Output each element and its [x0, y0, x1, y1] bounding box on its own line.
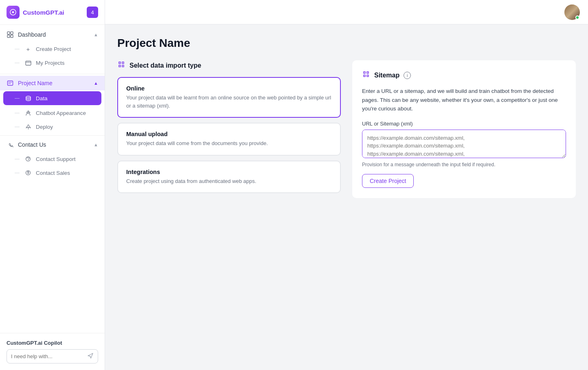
sidebar-item-create-project[interactable]: — + Create Project: [0, 42, 105, 56]
page-content: Project Name Select data import type Onl…: [105, 24, 588, 370]
sitemap-description: Enter a URL or a sitemap, and we will bu…: [362, 87, 566, 113]
url-sitemap-input[interactable]: [362, 130, 566, 158]
project-icon: [7, 79, 14, 87]
create-project-icon: +: [24, 45, 32, 53]
left-panel: Select data import type Online Your proj…: [117, 60, 341, 198]
import-card-manual-title: Manual upload: [126, 131, 332, 137]
import-card-online[interactable]: Online Your project data will be learnt …: [117, 77, 341, 118]
right-panel: Sitemap i Enter a URL or a sitemap, and …: [352, 60, 576, 198]
sidebar-item-my-projects-label: My Projects: [36, 60, 65, 66]
contact-sales-icon: [24, 169, 32, 176]
copilot-send-button[interactable]: [87, 352, 94, 360]
import-card-manual-desc: Your project data will come from the doc…: [126, 139, 332, 148]
project-name-chevron-icon: ▲: [94, 81, 98, 86]
chatbot-appearance-icon: [24, 109, 32, 117]
sidebar-item-contact-us[interactable]: Contact Us ▲: [0, 137, 105, 152]
sidebar-item-chatbot-appearance[interactable]: — Chatbot Appearance: [0, 106, 105, 120]
logo-icon: [7, 6, 20, 19]
sidebar-project-name-label: Project Name: [18, 80, 53, 86]
import-card-manual-upload[interactable]: Manual upload Your project data will com…: [117, 123, 341, 156]
create-project-button[interactable]: Create Project: [362, 174, 414, 188]
logo-text: CustomGPT.ai: [23, 9, 64, 16]
url-field-hint: Provision for a message underneath the i…: [362, 162, 566, 167]
sidebar: CustomGPT.ai 4 Dashboard ▲ — + Create Pr…: [0, 0, 105, 370]
svg-point-7: [26, 96, 31, 98]
left-panel-header: Select data import type: [117, 60, 341, 70]
data-icon: [24, 95, 32, 102]
import-card-online-desc: Your project data will be learnt from an…: [126, 94, 332, 110]
sitemap-info-icon[interactable]: i: [404, 72, 411, 79]
import-card-integrations-title: Integrations: [126, 169, 332, 175]
contact-us-icon: [7, 141, 14, 148]
left-panel-icon: [117, 60, 125, 70]
svg-rect-3: [7, 35, 10, 37]
main-content: Project Name Select data import type Onl…: [105, 0, 588, 370]
svg-point-10: [28, 110, 29, 111]
contact-us-chevron-icon: ▲: [94, 142, 98, 147]
right-panel-icon: [362, 70, 370, 80]
sidebar-item-deploy-label: Deploy: [36, 124, 53, 130]
sidebar-divider-1: [0, 74, 105, 74]
sidebar-item-dashboard-label: Dashboard: [18, 31, 46, 38]
sidebar-item-deploy[interactable]: — Deploy: [0, 120, 105, 134]
right-panel-header: Sitemap i: [362, 70, 566, 80]
sidebar-item-project-name[interactable]: Project Name ▲: [0, 76, 105, 90]
sidebar-item-my-projects[interactable]: — My Projects: [0, 56, 105, 70]
my-projects-icon: [24, 59, 32, 66]
topbar: [105, 0, 588, 24]
import-card-integrations[interactable]: Integrations Create project using data f…: [117, 161, 341, 194]
svg-rect-5: [26, 61, 31, 65]
page-title: Project Name: [117, 37, 576, 50]
copilot-title: CustomGPT.ai Copilot: [7, 340, 98, 346]
svg-rect-6: [8, 81, 13, 86]
online-status-dot: [575, 15, 579, 20]
sidebar-divider-2: [0, 135, 105, 136]
svg-point-8: [26, 112, 28, 113]
svg-rect-4: [11, 35, 13, 37]
avatar-wrap: [564, 4, 580, 20]
svg-rect-2: [11, 32, 13, 34]
sidebar-item-data[interactable]: — Data: [3, 91, 101, 105]
sidebar-item-data-label: Data: [36, 95, 48, 101]
upgrade-button[interactable]: 4: [87, 7, 98, 18]
import-card-online-title: Online: [126, 85, 332, 92]
sidebar-contact-sales-label: Contact Sales: [36, 170, 70, 176]
sidebar-item-dashboard[interactable]: Dashboard ▲: [0, 27, 105, 42]
url-field-label: URL or Sitemap (xml): [362, 121, 566, 127]
import-card-integrations-desc: Create project using data from authentic…: [126, 177, 332, 185]
sidebar-item-create-project-label: Create Project: [36, 46, 71, 52]
sidebar-contact-us-label: Contact Us: [18, 141, 46, 148]
right-panel-title: Sitemap: [374, 72, 399, 79]
sidebar-contact-support-label: Contact Support: [36, 156, 76, 162]
sidebar-logo: CustomGPT.ai 4: [0, 0, 105, 25]
copilot-section: CustomGPT.ai Copilot: [0, 333, 105, 370]
copilot-input-wrap: [7, 349, 98, 363]
deploy-icon: [24, 123, 32, 130]
svg-rect-1: [7, 32, 10, 34]
two-column-layout: Select data import type Online Your proj…: [117, 60, 576, 198]
svg-point-12: [28, 160, 28, 161]
dashboard-icon: [7, 31, 14, 38]
nav-section-main: Dashboard ▲ — + Create Project — My Proj…: [0, 25, 105, 72]
sidebar-item-chatbot-appearance-label: Chatbot Appearance: [36, 110, 86, 116]
left-panel-title: Select data import type: [129, 62, 201, 69]
contact-support-icon: [24, 155, 32, 163]
sidebar-item-contact-support[interactable]: — Contact Support: [0, 152, 105, 166]
sidebar-item-contact-sales[interactable]: — Contact Sales: [0, 166, 105, 180]
copilot-input[interactable]: [11, 353, 85, 359]
dashboard-chevron-icon: ▲: [94, 32, 98, 37]
logo-left: CustomGPT.ai: [7, 6, 64, 19]
svg-point-9: [29, 112, 30, 113]
